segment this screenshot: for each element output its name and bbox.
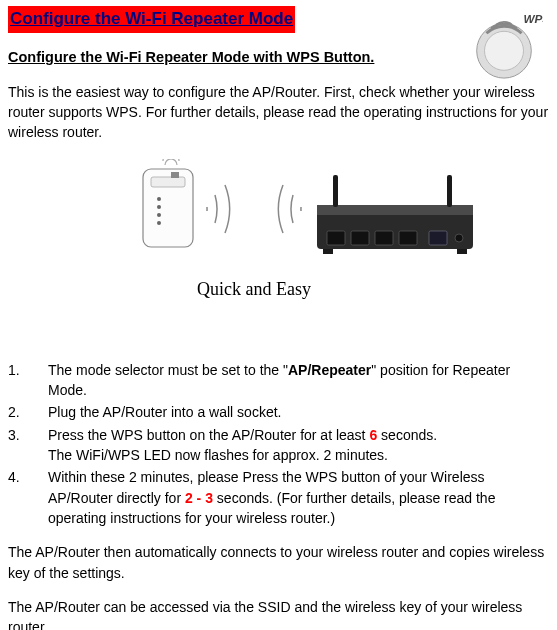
header-row: Configure the Wi-Fi Repeater Mode WPS (8, 6, 549, 33)
svg-point-5 (157, 197, 161, 201)
svg-rect-18 (333, 175, 338, 207)
svg-rect-14 (375, 231, 393, 245)
page-title: Configure the Wi-Fi Repeater Mode (8, 6, 295, 33)
svg-point-6 (157, 205, 161, 209)
svg-point-1 (485, 31, 524, 70)
step-text: Plug the AP/Router into a wall socket. (48, 402, 281, 422)
step-number: 3. (8, 425, 48, 466)
step-4: 4. Within these 2 minutes, please Press … (8, 467, 549, 528)
steps-list: 1. The mode selector must be set to the … (8, 360, 549, 528)
svg-rect-9 (171, 172, 179, 178)
step-number: 4. (8, 467, 48, 528)
svg-rect-19 (447, 175, 452, 207)
svg-rect-15 (399, 231, 417, 245)
svg-rect-20 (323, 249, 333, 254)
step-3: 3. Press the WPS button on the AP/Router… (8, 425, 549, 466)
svg-point-8 (157, 221, 161, 225)
red-number-2-3: 2 - 3 (185, 490, 213, 506)
outro-paragraph-2: The AP/Router can be accessed via the SS… (8, 597, 549, 630)
wps-round-icon: WPS (465, 4, 543, 82)
step-1: 1. The mode selector must be set to the … (8, 360, 549, 401)
svg-rect-16 (429, 231, 447, 245)
illustration-caption: Quick and Easy (197, 279, 311, 299)
step-number: 1. (8, 360, 48, 401)
svg-rect-21 (457, 249, 467, 254)
step-text: The mode selector must be set to the "AP… (48, 360, 549, 401)
svg-rect-12 (327, 231, 345, 245)
svg-point-17 (455, 234, 463, 242)
intro-paragraph: This is the easiest way to configure the… (8, 82, 549, 143)
illustration-diagram: Quick and Easy (8, 159, 549, 334)
svg-point-7 (157, 213, 161, 217)
step-text: Within these 2 minutes, please Press the… (48, 467, 549, 528)
svg-text:WPS: WPS (524, 12, 544, 25)
svg-rect-13 (351, 231, 369, 245)
outro-paragraph-1: The AP/Router then automatically connect… (8, 542, 549, 583)
step-text: Press the WPS button on the AP/Router fo… (48, 425, 437, 466)
ap-repeater-bold: AP/Repeater (288, 362, 371, 378)
step-number: 2. (8, 402, 48, 422)
step-2: 2. Plug the AP/Router into a wall socket… (8, 402, 549, 422)
svg-rect-4 (151, 177, 185, 187)
